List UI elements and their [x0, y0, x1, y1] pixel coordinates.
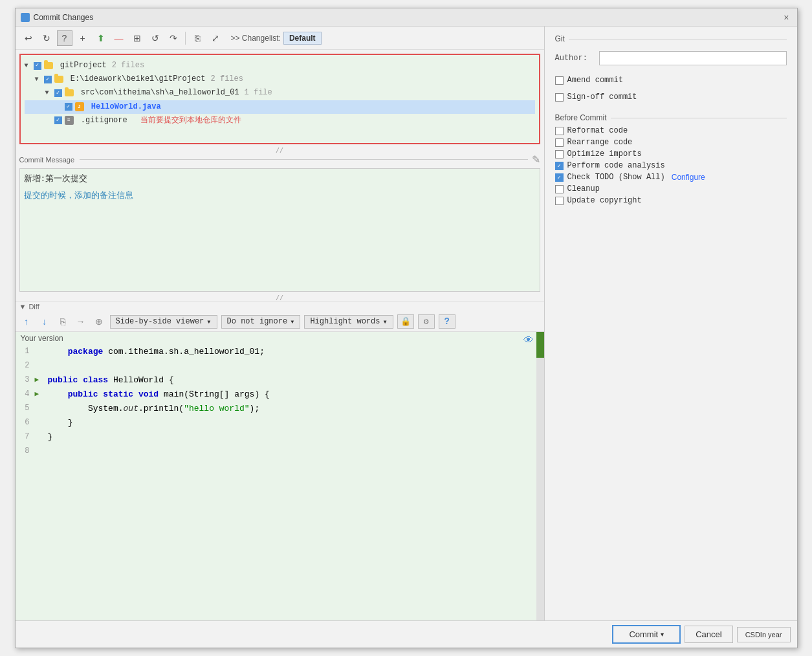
diff-new-btn[interactable]: ⊕	[92, 314, 106, 329]
add-btn[interactable]: +	[75, 30, 91, 46]
csdin-button[interactable]: CSDIn year	[737, 627, 791, 642]
checkbox-src[interactable]: ✓	[54, 89, 62, 97]
diff-copy-btn[interactable]: ⎘	[56, 314, 70, 329]
tree-arrow-1: ▼	[25, 61, 31, 71]
tree-arrow-2: ▼	[35, 74, 41, 85]
diff-up-btn[interactable]: ↑	[19, 314, 34, 329]
remove-btn[interactable]: —	[111, 30, 127, 46]
undo-btn[interactable]: ↺	[148, 30, 163, 46]
commit-message-header: Commit Message ✎	[19, 153, 540, 166]
copy-btn[interactable]: ⎘	[190, 30, 205, 46]
checkbox-gitproject[interactable]: ✓	[34, 62, 41, 70]
commit-message-main-text: 新增:第一次提交	[24, 173, 536, 184]
git-section-line	[569, 39, 787, 39]
help-diff-icon[interactable]: ?	[439, 314, 455, 329]
tree-row-gitignore[interactable]: ✓ ≡ .gitignore 当前要提交到本地仓库的文件	[25, 114, 535, 127]
tree-row-helloworld[interactable]: ✓ J HelloWorld.java	[25, 100, 535, 114]
perform-row: ✓ Perform code analysis	[555, 160, 787, 171]
commit-changes-window: Commit Changes × ↩ ↻ ? + ⬆ — ⊞ ↺ ↷ ⎘ ⤢ >…	[15, 8, 798, 648]
tree-annotation-gitignore: 当前要提交到本地仓库的文件	[140, 115, 241, 127]
close-button[interactable]: ×	[781, 12, 791, 23]
checkbox-helloworld[interactable]: ✓	[65, 103, 72, 111]
resize-handle-2[interactable]: //	[16, 296, 544, 301]
title-bar: Commit Changes ×	[16, 8, 797, 27]
commit-dropdown-arrow[interactable]: ▾	[661, 631, 664, 638]
signoff-checkbox[interactable]	[555, 93, 564, 102]
commit-button[interactable]: Commit ▾	[612, 625, 681, 644]
diff-section-label: Diff	[28, 303, 39, 311]
resize-handle-1[interactable]: //	[16, 148, 544, 153]
configure-link[interactable]: Configure	[672, 173, 705, 182]
toolbar-sep	[185, 32, 186, 45]
line-num-5: 5	[16, 402, 35, 415]
ignore-arrow: ▾	[290, 317, 294, 327]
tree-row-path[interactable]: ▼ ✓ E:\ideawork\beike1\gitProject 2 file…	[25, 72, 535, 86]
tree-count-path: 2 files	[211, 73, 243, 85]
optimize-label: Optimize imports	[567, 149, 642, 159]
commit-message-box[interactable]: 新增:第一次提交 提交的时候，添加的备注信息	[19, 168, 540, 292]
check-todo-checkbox[interactable]: ✓	[555, 173, 564, 182]
move-btn[interactable]: ⬆	[93, 30, 109, 46]
settings-icon[interactable]: ⚙	[418, 314, 435, 329]
line-num-4: 4	[16, 388, 35, 400]
commit-message-label: Commit Message	[19, 156, 75, 164]
tree-arrow-5	[45, 115, 52, 126]
reformat-checkbox[interactable]	[555, 127, 564, 135]
git-section-title: Git	[555, 34, 787, 43]
help-btn[interactable]: ?	[57, 30, 72, 46]
tree-arrow-3: ▼	[45, 88, 52, 98]
line-arrow-4: ▶	[35, 389, 45, 400]
line-num-3: 3	[16, 374, 35, 386]
rearrange-checkbox[interactable]	[555, 138, 564, 147]
highlight-dropdown[interactable]: Highlight words ▾	[304, 315, 393, 329]
code-area[interactable]: Your version 1 package com.itheima.sh.a_…	[16, 332, 544, 620]
code-line-8: 8	[16, 444, 544, 459]
code-line-1: 1 package com.itheima.sh.a_helloworld_01…	[16, 345, 544, 359]
cancel-button[interactable]: Cancel	[685, 626, 732, 643]
reformat-label: Reformat code	[567, 126, 628, 135]
checkbox-path[interactable]: ✓	[44, 76, 52, 83]
diff-move-btn[interactable]: →	[74, 314, 88, 329]
tree-name-gitignore: .gitignore	[76, 115, 127, 127]
before-commit-line	[611, 118, 787, 118]
check-todo-row: ✓ Check TODO (Show All) Configure	[555, 171, 787, 183]
checkbox-gitignore[interactable]: ✓	[54, 116, 62, 124]
ignore-dropdown[interactable]: Do not ignore ▾	[221, 315, 301, 329]
viewer-dropdown[interactable]: Side-by-side viewer ▾	[110, 315, 217, 329]
amend-checkbox[interactable]	[555, 76, 564, 85]
tree-name-path: E:\ideawork\beike1\gitProject	[66, 73, 206, 85]
optimize-checkbox[interactable]	[555, 150, 564, 159]
commit-message-annotation: 提交的时候，添加的备注信息	[24, 190, 536, 201]
signoff-row: Sign-off commit	[555, 91, 787, 103]
expand-btn[interactable]: ⊞	[129, 30, 145, 46]
scrollbar[interactable]	[536, 332, 544, 620]
refresh-btn[interactable]: ↻	[39, 30, 54, 46]
tree-name-gitproject: gitProject	[56, 60, 107, 72]
eye-icon[interactable]: 👁	[523, 334, 534, 347]
right-panel: Git Author: Amend commit Sign-off commit…	[545, 27, 797, 620]
copyright-row: Update copyright	[555, 195, 787, 206]
line-code-5: System.out.println("hello world");	[45, 402, 544, 416]
line-num-6: 6	[16, 417, 35, 429]
changelist-value[interactable]: Default	[283, 32, 322, 45]
copyright-checkbox[interactable]	[555, 197, 564, 205]
code-line-5: 5 System.out.println("hello world");	[16, 402, 544, 416]
perform-checkbox[interactable]: ✓	[555, 162, 564, 170]
before-commit-title: Before Commit	[555, 113, 787, 122]
copyright-label: Update copyright	[567, 196, 642, 205]
back-btn[interactable]: ↩	[21, 30, 36, 46]
code-line-6: 6 }	[16, 416, 544, 430]
expand-all-btn[interactable]: ⤢	[208, 30, 223, 46]
diff-down-btn[interactable]: ↓	[38, 314, 52, 329]
file-tree: ▼ ✓ gitProject 2 files ▼ ✓ E:\ideawork\b…	[19, 54, 540, 144]
diff-section: ▼ Diff ↑ ↓ ⎘ → ⊕ Side-by-side viewer ▾ D	[16, 301, 544, 620]
redo-btn[interactable]: ↷	[166, 30, 181, 46]
cleanup-checkbox[interactable]	[555, 185, 564, 193]
tree-count-src: 1 file	[245, 87, 272, 99]
check-todo-label: Check TODO (Show All)	[567, 173, 665, 182]
author-input[interactable]	[599, 51, 787, 65]
lock-icon: 🔒	[397, 314, 414, 329]
tree-row-gitproject[interactable]: ▼ ✓ gitProject 2 files	[25, 59, 535, 72]
highlight-arrow: ▾	[382, 317, 387, 327]
tree-row-src[interactable]: ▼ ✓ src\com\itheima\sh\a_helloworld_01 1…	[25, 86, 535, 100]
